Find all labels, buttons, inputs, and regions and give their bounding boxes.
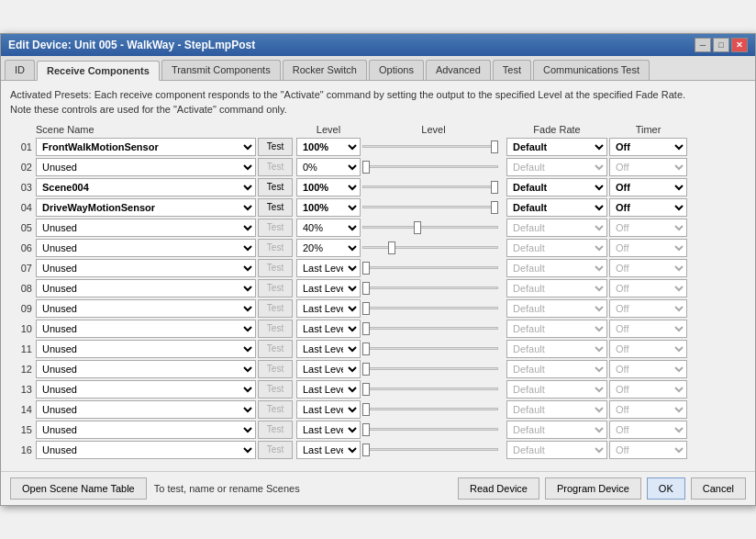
- level-select[interactable]: Last Level0%10%20%30%40%50%60%70%80%90%1…: [296, 198, 361, 217]
- fade-rate-select[interactable]: DefaultInstant0.5s1s2s5s10s30s1min5min: [506, 400, 607, 419]
- scene-name-select[interactable]: UnusedFrontWalkMotionSensorDriveWayMotio…: [36, 400, 256, 419]
- tab-transmit-components[interactable]: Transmit Components: [161, 60, 281, 80]
- scene-name-select[interactable]: UnusedFrontWalkMotionSensorDriveWayMotio…: [36, 219, 256, 237]
- scene-name-select[interactable]: UnusedFrontWalkMotionSensorDriveWayMotio…: [36, 340, 256, 358]
- timer-select[interactable]: Off1s5s10s30s1min5min10min: [609, 360, 687, 378]
- test-button[interactable]: Test: [258, 299, 293, 318]
- fade-rate-select[interactable]: DefaultInstant0.5s1s2s5s10s30s1min5min: [506, 441, 607, 459]
- timer-select[interactable]: Off1s5s10s30s1min5min10min: [609, 299, 687, 318]
- ok-button[interactable]: OK: [647, 477, 685, 500]
- slider-handle[interactable]: [362, 423, 370, 436]
- test-button[interactable]: Test: [258, 279, 293, 298]
- tab-options[interactable]: Options: [369, 60, 424, 80]
- fade-rate-select[interactable]: DefaultInstant0.5s1s2s5s10s30s1min5min: [506, 158, 607, 176]
- test-button[interactable]: Test: [258, 340, 293, 358]
- fade-rate-select[interactable]: DefaultInstant0.5s1s2s5s10s30s1min5min: [506, 380, 607, 399]
- slider-handle[interactable]: [362, 363, 370, 376]
- fade-rate-select[interactable]: DefaultInstant0.5s1s2s5s10s30s1min5min: [506, 219, 607, 237]
- fade-rate-select[interactable]: DefaultInstant0.5s1s2s5s10s30s1min5min: [506, 340, 607, 358]
- tab-advanced[interactable]: Advanced: [426, 60, 491, 80]
- cancel-button[interactable]: Cancel: [691, 477, 746, 500]
- test-button[interactable]: Test: [258, 360, 293, 378]
- level-select[interactable]: Last Level0%10%20%30%40%50%60%70%80%90%1…: [296, 219, 361, 237]
- scene-name-select[interactable]: UnusedFrontWalkMotionSensorDriveWayMotio…: [36, 441, 256, 459]
- test-button[interactable]: Test: [258, 380, 293, 399]
- scene-name-select[interactable]: UnusedFrontWalkMotionSensorDriveWayMotio…: [36, 158, 256, 176]
- tab-rocker-switch[interactable]: Rocker Switch: [283, 60, 367, 80]
- timer-select[interactable]: Off1s5s10s30s1min5min10min: [609, 380, 687, 399]
- fade-rate-select[interactable]: DefaultInstant0.5s1s2s5s10s30s1min5min: [506, 320, 607, 338]
- scene-name-select[interactable]: DriveWayMotionSensorUnusedFrontWalkMotio…: [36, 198, 256, 217]
- test-button[interactable]: Test: [258, 421, 293, 439]
- slider-handle[interactable]: [491, 181, 498, 194]
- level-select[interactable]: Last Level0%10%20%30%40%50%60%70%80%90%1…: [296, 178, 361, 197]
- timer-select[interactable]: Off1s5s10s30s1min5min10min: [609, 138, 687, 156]
- level-select[interactable]: Last Level0%10%20%30%40%50%60%70%80%90%1…: [296, 279, 361, 298]
- open-scene-name-table-button[interactable]: Open Scene Name Table: [10, 477, 147, 500]
- level-select[interactable]: Last Level0%10%20%30%40%50%60%70%80%90%1…: [296, 340, 361, 358]
- timer-select[interactable]: Off1s5s10s30s1min5min10min: [609, 239, 687, 257]
- scene-name-select[interactable]: Scene004UnusedFrontWalkMotionSensorDrive…: [36, 178, 256, 197]
- scene-name-select[interactable]: UnusedFrontWalkMotionSensorDriveWayMotio…: [36, 299, 256, 318]
- level-select[interactable]: Last Level0%10%20%30%40%50%60%70%80%90%1…: [296, 299, 361, 318]
- level-select[interactable]: Last Level0%10%20%30%40%50%60%70%80%90%1…: [296, 400, 361, 419]
- read-device-button[interactable]: Read Device: [458, 477, 539, 500]
- tab-communications-test[interactable]: Communications Test: [533, 60, 650, 80]
- test-button[interactable]: Test: [258, 400, 293, 419]
- level-select[interactable]: Last Level0%10%20%30%40%50%60%70%80%90%1…: [296, 320, 361, 338]
- fade-rate-select[interactable]: DefaultInstant0.5s1s2s5s10s30s1min5min: [506, 178, 607, 197]
- scene-name-select[interactable]: UnusedFrontWalkMotionSensorDriveWayMotio…: [36, 380, 256, 399]
- timer-select[interactable]: Off1s5s10s30s1min5min10min: [609, 421, 687, 439]
- fade-rate-select[interactable]: DefaultInstant0.5s1s2s5s10s30s1min5min: [506, 138, 607, 156]
- tab-receive-components[interactable]: Receive Components: [37, 61, 160, 81]
- test-button[interactable]: Test: [258, 198, 293, 217]
- slider-handle[interactable]: [491, 140, 498, 153]
- timer-select[interactable]: Off1s5s10s30s1min5min10min: [609, 441, 687, 459]
- slider-handle[interactable]: [362, 444, 370, 456]
- fade-rate-select[interactable]: DefaultInstant0.5s1s2s5s10s30s1min5min: [506, 198, 607, 217]
- test-button[interactable]: Test: [258, 441, 293, 459]
- timer-select[interactable]: Off1s5s10s30s1min5min10min: [609, 198, 687, 217]
- test-button[interactable]: Test: [258, 158, 293, 176]
- maximize-button[interactable]: □: [713, 38, 729, 52]
- test-button[interactable]: Test: [258, 320, 293, 338]
- level-select[interactable]: Last Level0%10%20%30%40%50%60%70%80%90%1…: [296, 360, 361, 378]
- slider-handle[interactable]: [414, 221, 421, 234]
- test-button[interactable]: Test: [258, 178, 293, 197]
- level-select[interactable]: Last Level0%10%20%30%40%50%60%70%80%90%1…: [296, 259, 361, 277]
- scene-name-select[interactable]: UnusedFrontWalkMotionSensorDriveWayMotio…: [36, 239, 256, 257]
- fade-rate-select[interactable]: DefaultInstant0.5s1s2s5s10s30s1min5min: [506, 421, 607, 439]
- slider-handle[interactable]: [362, 161, 370, 174]
- scene-name-select[interactable]: UnusedFrontWalkMotionSensorDriveWayMotio…: [36, 360, 256, 378]
- timer-select[interactable]: Off1s5s10s30s1min5min10min: [609, 219, 687, 237]
- slider-handle[interactable]: [362, 322, 370, 335]
- test-button[interactable]: Test: [258, 239, 293, 257]
- fade-rate-select[interactable]: DefaultInstant0.5s1s2s5s10s30s1min5min: [506, 360, 607, 378]
- tab-test[interactable]: Test: [493, 60, 531, 80]
- fade-rate-select[interactable]: DefaultInstant0.5s1s2s5s10s30s1min5min: [506, 299, 607, 318]
- tab-id[interactable]: ID: [5, 60, 35, 80]
- test-button[interactable]: Test: [258, 219, 293, 237]
- timer-select[interactable]: Off1s5s10s30s1min5min10min: [609, 400, 687, 419]
- timer-select[interactable]: Off1s5s10s30s1min5min10min: [609, 158, 687, 176]
- scene-name-select[interactable]: UnusedFrontWalkMotionSensorDriveWayMotio…: [36, 279, 256, 298]
- level-select[interactable]: Last Level0%10%20%30%40%50%60%70%80%90%1…: [296, 380, 361, 399]
- close-button[interactable]: ✕: [731, 38, 748, 52]
- fade-rate-select[interactable]: DefaultInstant0.5s1s2s5s10s30s1min5min: [506, 259, 607, 277]
- fade-rate-select[interactable]: DefaultInstant0.5s1s2s5s10s30s1min5min: [506, 279, 607, 298]
- level-select[interactable]: Last Level0%10%20%30%40%50%60%70%80%90%1…: [296, 158, 361, 176]
- level-select[interactable]: Last Level0%10%20%30%40%50%60%70%80%90%1…: [296, 138, 361, 156]
- level-select[interactable]: Last Level0%10%20%30%40%50%60%70%80%90%1…: [296, 239, 361, 257]
- slider-handle[interactable]: [388, 241, 395, 254]
- scene-name-select[interactable]: UnusedFrontWalkMotionSensorDriveWayMotio…: [36, 320, 256, 338]
- fade-rate-select[interactable]: DefaultInstant0.5s1s2s5s10s30s1min5min: [506, 239, 607, 257]
- slider-handle[interactable]: [362, 282, 370, 295]
- test-button[interactable]: Test: [258, 138, 293, 156]
- program-device-button[interactable]: Program Device: [545, 477, 641, 500]
- timer-select[interactable]: Off1s5s10s30s1min5min10min: [609, 340, 687, 358]
- slider-handle[interactable]: [362, 302, 370, 315]
- timer-select[interactable]: Off1s5s10s30s1min5min10min: [609, 320, 687, 338]
- test-button[interactable]: Test: [258, 259, 293, 277]
- timer-select[interactable]: Off1s5s10s30s1min5min10min: [609, 259, 687, 277]
- scene-name-select[interactable]: UnusedFrontWalkMotionSensorDriveWayMotio…: [36, 259, 256, 277]
